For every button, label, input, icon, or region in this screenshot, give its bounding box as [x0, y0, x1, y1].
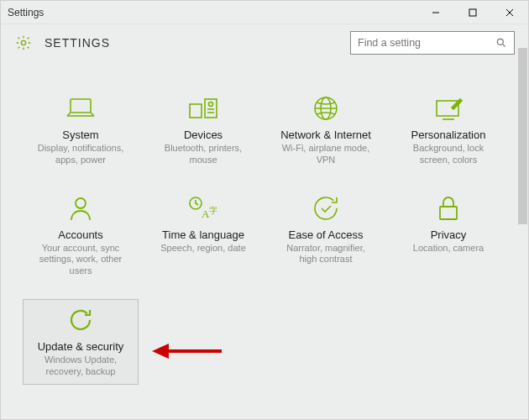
maximize-button[interactable]	[454, 1, 491, 24]
svg-text:字: 字	[209, 206, 217, 215]
scrollbar[interactable]	[517, 48, 527, 420]
tile-title: Personalization	[394, 129, 503, 141]
tile-title: Accounts	[26, 228, 135, 241]
window-title: Settings	[8, 7, 44, 18]
svg-point-5	[497, 39, 503, 45]
gear-icon	[14, 34, 33, 52]
update-icon	[27, 305, 134, 335]
ease-icon	[271, 193, 380, 223]
tile-desc: Background, lock screen, colors	[394, 143, 503, 166]
svg-rect-21	[440, 207, 457, 219]
personalize-icon	[394, 93, 503, 123]
scrollbar-thumb[interactable]	[518, 48, 527, 224]
tile-desc: Speech, region, date	[149, 243, 258, 255]
tile-system[interactable]: System Display, notifications, apps, pow…	[23, 88, 139, 173]
svg-point-17	[76, 198, 86, 208]
lock-icon	[394, 193, 503, 223]
tile-time-language[interactable]: A字 Time & language Speech, region, date	[145, 188, 261, 284]
titlebar: Settings	[1, 1, 528, 24]
tile-title: Update & security	[27, 340, 134, 353]
tile-ease-of-access[interactable]: Ease of Access Narrator, magnifier, high…	[268, 188, 384, 284]
tile-desc: Windows Update, recovery, backup	[27, 354, 134, 378]
page-title: SETTINGS	[45, 36, 110, 50]
svg-point-10	[209, 102, 213, 107]
tile-privacy[interactable]: Privacy Location, camera	[390, 188, 506, 284]
search-input[interactable]: Find a setting	[350, 31, 515, 55]
svg-point-4	[21, 40, 25, 45]
close-button[interactable]	[491, 1, 528, 24]
search-placeholder: Find a setting	[358, 37, 495, 49]
tile-devices[interactable]: Devices Bluetooth, printers, mouse	[145, 88, 261, 173]
svg-line-6	[502, 44, 505, 46]
tile-network[interactable]: Network & Internet Wi-Fi, airplane mode,…	[268, 88, 384, 173]
devices-icon	[149, 93, 258, 123]
tile-desc: Bluetooth, printers, mouse	[149, 143, 258, 166]
tile-title: Time & language	[149, 228, 258, 241]
tile-title: Network & Internet	[271, 129, 380, 141]
search-icon	[495, 37, 507, 49]
tile-title: Privacy	[394, 228, 503, 241]
tile-desc: Display, notifications, apps, power	[26, 143, 135, 166]
tile-title: System	[26, 129, 135, 141]
tile-title: Ease of Access	[271, 228, 380, 241]
tile-desc: Narrator, magnifier, high contrast	[271, 243, 380, 266]
tile-desc: Wi-Fi, airplane mode, VPN	[271, 143, 380, 166]
svg-rect-7	[71, 99, 91, 113]
tile-personalization[interactable]: Personalization Background, lock screen,…	[390, 88, 506, 173]
person-icon	[26, 193, 135, 223]
globe-icon	[271, 93, 380, 123]
tile-desc: Location, camera	[394, 243, 503, 255]
svg-rect-1	[469, 9, 476, 16]
laptop-icon	[26, 93, 135, 123]
header: SETTINGS Find a setting	[1, 24, 528, 58]
time-lang-icon: A字	[149, 193, 258, 223]
svg-rect-8	[190, 104, 202, 118]
tile-desc: Your account, sync settings, work, other…	[26, 243, 135, 277]
settings-grid: System Display, notifications, apps, pow…	[1, 58, 528, 398]
tile-update-security[interactable]: Update & security Windows Update, recove…	[23, 299, 139, 386]
minimize-button[interactable]	[417, 1, 454, 24]
tile-accounts[interactable]: Accounts Your account, sync settings, wo…	[23, 188, 139, 284]
tile-title: Devices	[149, 129, 258, 141]
